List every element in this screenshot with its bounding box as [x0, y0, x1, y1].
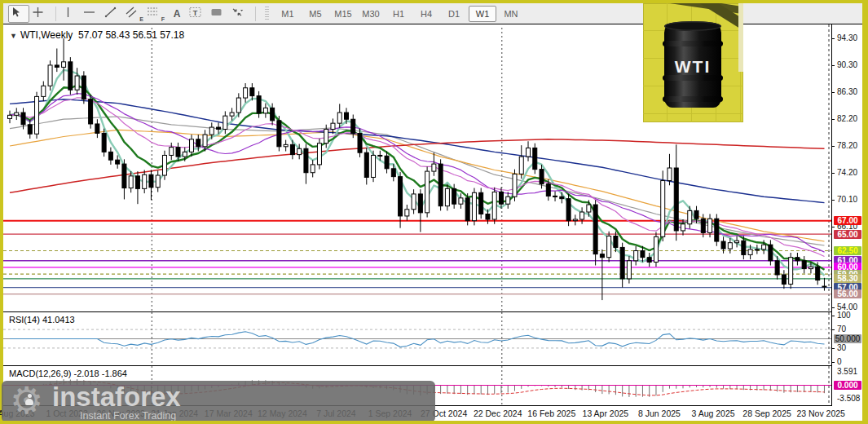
candle-body [708, 219, 712, 232]
candle-body [35, 96, 39, 134]
candle-body [620, 247, 624, 278]
axis-tick [832, 119, 835, 120]
candle-body [257, 96, 261, 113]
timeframe-m15[interactable]: M15 [330, 7, 356, 21]
candle-body [600, 254, 604, 258]
candle-body [297, 148, 302, 154]
candle-body [809, 267, 813, 268]
highlight-strip [738, 3, 743, 72]
axis-tick [832, 146, 835, 147]
candle-body [217, 127, 221, 129]
candle-body [412, 194, 416, 210]
timeframe-m1[interactable]: M1 [275, 7, 301, 21]
candle-body [782, 275, 786, 284]
price-level-label-67.00: 67.00 [834, 216, 861, 225]
axis-tick [832, 173, 835, 174]
candle-body [527, 148, 531, 157]
candle-body [472, 192, 476, 220]
macd-label: MACD(12,26,9) -2.018 -1.864 [9, 369, 127, 378]
ohlc-readout: 57.07 58.43 56.51 57.18 [78, 29, 184, 41]
shapes-icon[interactable] [209, 6, 229, 22]
equidistant-channel-icon[interactable]: E [125, 6, 144, 22]
candle-body [769, 245, 773, 261]
candle-body [8, 115, 12, 118]
fibonacci-icon[interactable]: F [146, 6, 165, 22]
timeframe-w1[interactable]: W1 [469, 6, 496, 22]
timeframe-m5[interactable]: M5 [302, 7, 328, 21]
candle-body [345, 113, 349, 119]
candle-body [277, 121, 281, 147]
candle-body [405, 210, 409, 216]
rsi-panel[interactable]: RSI(14) 41.0413 [3, 312, 831, 366]
instaforex-watermark: ⚙ instaforex Instant Forex Trading [2, 381, 435, 422]
vertical-line-icon[interactable] [61, 6, 81, 22]
candle-body [546, 184, 550, 197]
date-tick-label: 16 Feb 2025 [527, 409, 575, 418]
timeframe-h4[interactable]: H4 [413, 7, 439, 21]
chart-title[interactable]: ▼WTI,Weekly 57.07 58.43 56.51 57.18 [10, 29, 184, 41]
candle-body [391, 169, 395, 177]
price-level-label-65.00: 65.00 [834, 230, 861, 239]
candle-body [701, 219, 705, 232]
symbol-title: WTI,Weekly [20, 29, 73, 41]
timeframe-mn[interactable]: MN [498, 7, 524, 21]
timeframe-m30[interactable]: M30 [358, 7, 384, 21]
candle-body [668, 168, 672, 181]
person-icon [25, 394, 33, 405]
price-tick-label: 70.10 [837, 195, 857, 204]
horizontal-line-icon[interactable] [82, 6, 102, 22]
candle-body [694, 210, 698, 219]
candle-body [143, 174, 147, 188]
candle-body [607, 236, 611, 257]
candle-body [311, 165, 315, 173]
candle-body [351, 119, 355, 133]
price-tick-label: 94.30 [837, 33, 857, 42]
candle-body [271, 108, 275, 121]
price-level-label-58.30: 58.30 [834, 274, 861, 283]
timeframe-d1[interactable]: D1 [441, 7, 467, 21]
candle-body [425, 171, 430, 213]
rsi-tick-label: 70 [837, 325, 846, 333]
symbol-dropdown-icon[interactable]: ▼ [10, 32, 17, 40]
candle-body [358, 133, 362, 152]
price-axis[interactable]: 94.3090.3086.3082.2078.2074.2070.1066.10… [831, 24, 863, 406]
candle-body [170, 148, 174, 156]
brand-name: instaforex [52, 382, 181, 413]
text-icon[interactable]: A [167, 6, 187, 22]
candle-body [203, 135, 207, 147]
candle-body [196, 139, 200, 147]
candle-body [634, 251, 638, 261]
toolbar-separator [255, 7, 256, 21]
macd-zero-label: 0.000 [834, 381, 861, 390]
candle-body [122, 164, 126, 188]
candle-body [802, 261, 806, 269]
price-level-label-62.50: 62.50 [834, 246, 861, 255]
axis-tick [832, 307, 835, 308]
macd-tick-label: -3.508 [837, 394, 860, 403]
candle-body [728, 243, 732, 249]
candle-body [337, 113, 341, 123]
rsi-tick-label: 0 [837, 357, 842, 366]
text-label-icon[interactable]: T [188, 6, 208, 22]
candle-body [614, 236, 618, 247]
svg-text:T: T [193, 8, 198, 16]
candle-body [445, 188, 449, 205]
candle-body [459, 198, 463, 204]
candle-body [230, 113, 234, 116]
crosshair-icon[interactable] [31, 6, 51, 22]
candle-body [48, 65, 52, 86]
candle-body [654, 236, 658, 262]
date-tick-label: 3 Aug 2025 [691, 409, 734, 418]
rsi-line [10, 332, 825, 347]
timeframe-h1[interactable]: H1 [386, 7, 412, 21]
macd-tick-label: 3.591 [837, 367, 857, 376]
candle-body [55, 65, 59, 67]
trendline-icon[interactable] [104, 6, 123, 22]
cursor-icon[interactable] [8, 5, 29, 23]
arrows-dropdown-icon[interactable] [231, 6, 250, 22]
candle-body [102, 133, 106, 152]
candle-body [190, 139, 194, 152]
rsi-plot [3, 312, 831, 365]
candle-body [674, 168, 678, 231]
rsi-label: RSI(14) 41.0413 [9, 315, 75, 325]
